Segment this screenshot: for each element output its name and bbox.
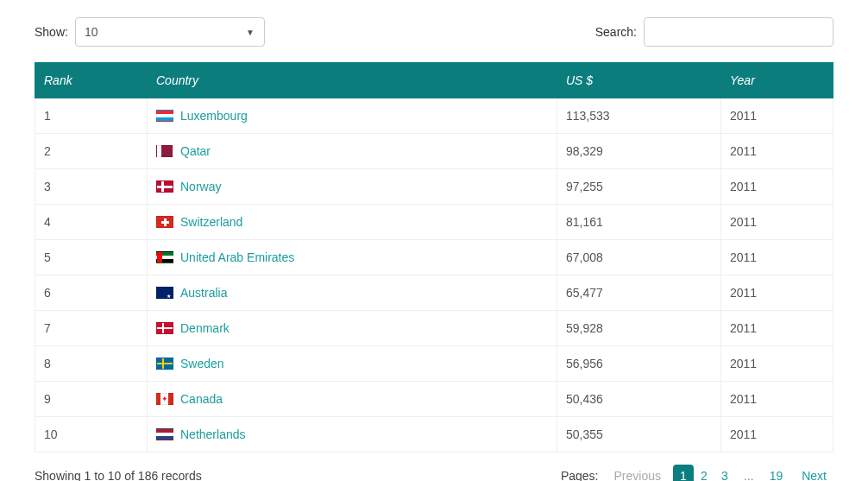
cell-rank: 2 bbox=[35, 134, 148, 169]
cell-country: Denmark bbox=[148, 311, 557, 346]
flag-icon bbox=[156, 110, 173, 122]
cell-usd: 67,008 bbox=[557, 240, 721, 275]
country-link[interactable]: Norway bbox=[180, 180, 221, 193]
cell-year: 2011 bbox=[721, 134, 833, 169]
show-select[interactable]: 10 bbox=[75, 17, 265, 47]
flag-icon bbox=[156, 287, 173, 299]
flag-icon bbox=[156, 216, 173, 228]
cell-rank: 9 bbox=[35, 382, 148, 417]
cell-year: 2011 bbox=[721, 382, 833, 417]
table-row: 10Netherlands50,3552011 bbox=[35, 417, 833, 453]
table-row: 8Sweden56,9562011 bbox=[35, 346, 833, 382]
header-country[interactable]: Country bbox=[148, 63, 557, 98]
next-button[interactable]: Next bbox=[795, 465, 833, 481]
cell-year: 2011 bbox=[721, 169, 833, 205]
flag-icon bbox=[156, 322, 173, 334]
cell-rank: 7 bbox=[35, 311, 148, 346]
cell-year: 2011 bbox=[721, 275, 833, 311]
cell-rank: 3 bbox=[35, 169, 148, 205]
cell-country: Netherlands bbox=[148, 417, 557, 453]
show-control: Show: 10 bbox=[35, 17, 265, 47]
show-select-wrap: 10 bbox=[75, 17, 265, 47]
country-link[interactable]: Denmark bbox=[180, 321, 230, 335]
flag-icon bbox=[156, 393, 173, 405]
country-link[interactable]: Switzerland bbox=[180, 215, 242, 229]
cell-usd: 81,161 bbox=[557, 205, 721, 240]
cell-country: Sweden bbox=[148, 346, 557, 382]
cell-year: 2011 bbox=[721, 311, 833, 346]
table-row: 1Luxembourg113,5332011 bbox=[35, 98, 833, 134]
country-link[interactable]: Luxembourg bbox=[180, 109, 248, 123]
cell-usd: 50,355 bbox=[557, 417, 721, 453]
cell-country: Luxembourg bbox=[148, 98, 557, 134]
cell-country: Switzerland bbox=[148, 205, 557, 240]
cell-country: United Arab Emirates bbox=[148, 240, 557, 275]
search-input[interactable] bbox=[644, 17, 833, 47]
show-label: Show: bbox=[35, 25, 68, 39]
data-table: Rank Country US $ Year 1Luxembourg113,53… bbox=[35, 62, 833, 453]
country-link[interactable]: Sweden bbox=[180, 357, 224, 370]
cell-rank: 6 bbox=[35, 275, 148, 311]
cell-rank: 1 bbox=[35, 98, 148, 134]
header-usd[interactable]: US $ bbox=[557, 63, 721, 98]
cell-usd: 65,477 bbox=[557, 275, 721, 311]
table-row: 3Norway97,2552011 bbox=[35, 169, 833, 205]
cell-rank: 8 bbox=[35, 346, 148, 382]
table-row: 5United Arab Emirates67,0082011 bbox=[35, 240, 833, 275]
flag-icon bbox=[156, 251, 173, 263]
cell-year: 2011 bbox=[721, 240, 833, 275]
table-row: 6Australia65,4772011 bbox=[35, 275, 833, 311]
cell-usd: 97,255 bbox=[557, 169, 721, 205]
cell-usd: 59,928 bbox=[557, 311, 721, 346]
page-last[interactable]: 19 bbox=[763, 465, 790, 481]
table-controls: Show: 10 Search: bbox=[35, 17, 833, 47]
search-control: Search: bbox=[595, 17, 833, 47]
cell-year: 2011 bbox=[721, 98, 833, 134]
country-link[interactable]: Australia bbox=[180, 286, 227, 300]
cell-usd: 113,533 bbox=[557, 98, 721, 134]
pagination-ellipsis: ... bbox=[740, 469, 758, 481]
flag-icon bbox=[156, 428, 173, 440]
country-link[interactable]: Canada bbox=[180, 392, 223, 406]
cell-usd: 50,436 bbox=[557, 382, 721, 417]
page-number[interactable]: 2 bbox=[694, 465, 714, 481]
cell-country: Canada bbox=[148, 382, 557, 417]
country-link[interactable]: Qatar bbox=[180, 144, 211, 158]
table-row: 9Canada50,4362011 bbox=[35, 382, 833, 417]
flag-icon bbox=[156, 145, 173, 157]
cell-rank: 5 bbox=[35, 240, 148, 275]
flag-icon bbox=[156, 180, 173, 193]
cell-usd: 98,329 bbox=[557, 134, 721, 169]
header-row: Rank Country US $ Year bbox=[35, 63, 833, 98]
cell-year: 2011 bbox=[721, 417, 833, 453]
header-year[interactable]: Year bbox=[721, 63, 833, 98]
records-info: Showing 1 to 10 of 186 records bbox=[35, 469, 202, 481]
table-row: 2Qatar98,3292011 bbox=[35, 134, 833, 169]
search-label: Search: bbox=[595, 25, 637, 39]
cell-rank: 4 bbox=[35, 205, 148, 240]
country-link[interactable]: United Arab Emirates bbox=[180, 250, 294, 264]
header-rank[interactable]: Rank bbox=[35, 63, 148, 98]
page-number[interactable]: 3 bbox=[714, 465, 735, 481]
cell-rank: 10 bbox=[35, 417, 148, 453]
page-number[interactable]: 1 bbox=[673, 465, 694, 481]
cell-country: Qatar bbox=[148, 134, 557, 169]
country-link[interactable]: Netherlands bbox=[180, 427, 246, 441]
cell-year: 2011 bbox=[721, 346, 833, 382]
cell-country: Norway bbox=[148, 169, 557, 205]
cell-country: Australia bbox=[148, 275, 557, 311]
table-row: 7Denmark59,9282011 bbox=[35, 311, 833, 346]
cell-usd: 56,956 bbox=[557, 346, 721, 382]
pages-label: Pages: bbox=[561, 469, 599, 481]
prev-button[interactable]: Previous bbox=[607, 465, 667, 481]
table-row: 4Switzerland81,1612011 bbox=[35, 205, 833, 240]
pagination: Pages: Previous 123 ... 19 Next bbox=[561, 465, 833, 481]
flag-icon bbox=[156, 358, 173, 370]
cell-year: 2011 bbox=[721, 205, 833, 240]
table-footer: Showing 1 to 10 of 186 records Pages: Pr… bbox=[35, 465, 833, 481]
